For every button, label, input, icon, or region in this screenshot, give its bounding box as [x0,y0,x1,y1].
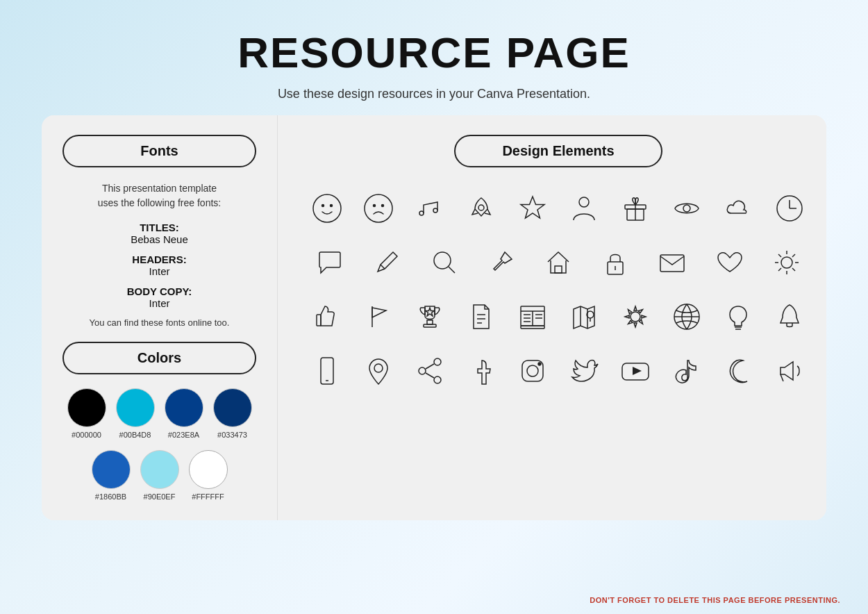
swatch-circle-lightblue [140,450,179,489]
page-title: RESOURCE PAGE [0,28,868,77]
svg-rect-23 [660,255,684,272]
svg-line-19 [449,267,455,273]
svg-marker-72 [633,367,642,375]
page-subtitle: Use these design resources in your Canva… [0,87,868,101]
font-entry-titles: TITLES: Bebas Neue [62,222,256,245]
icon-lightbulb [714,292,762,341]
swatch-darkblue: #023E8A [165,388,203,439]
svg-point-63 [434,358,441,365]
design-elements-title: Design Elements [454,135,662,167]
icon-instagram [508,347,557,395]
icon-row-3 [303,292,814,341]
color-row-2: #1860BB #90E0EF #FFFFFF [62,450,256,501]
swatch-navy: #033473 [213,388,252,439]
svg-rect-35 [427,320,433,324]
svg-point-24 [781,257,792,268]
icon-person [560,184,608,233]
svg-point-5 [382,205,384,207]
svg-point-53 [631,312,640,322]
icon-clock [765,184,814,233]
icon-document [457,292,506,341]
icon-star [508,184,557,233]
svg-marker-37 [426,308,434,316]
fonts-section-title: Fonts [62,135,256,167]
icon-phone [303,347,351,395]
icon-music [406,184,454,233]
icon-map [560,292,608,341]
icon-row-4 [303,347,814,395]
swatch-circle-black [67,388,106,427]
icon-gear [611,292,660,341]
swatch-lightblue: #90E0EF [140,450,179,501]
swatch-circle-cyan [116,388,155,427]
svg-point-10 [579,197,589,207]
icon-eye [662,184,711,233]
svg-point-64 [419,367,426,374]
icon-globe [662,292,711,341]
svg-point-70 [538,363,541,365]
colors-section-title: Colors [62,342,256,374]
svg-point-3 [365,194,392,222]
icon-tiktok [662,347,711,395]
icon-trophy [406,292,454,341]
swatch-circle-navy [213,388,252,427]
font-entry-headers: HEADERS: Inter [62,254,256,277]
svg-rect-36 [424,324,436,327]
svg-line-67 [426,373,434,378]
icon-moon [714,347,762,395]
fonts-online-note: You can find these fonts online too. [62,317,256,328]
svg-point-6 [419,211,424,215]
swatch-blue: #1860BB [92,450,131,501]
icon-rocket [457,184,506,233]
svg-point-7 [433,208,437,213]
swatch-cyan: #00B4D8 [116,388,155,439]
svg-point-2 [331,205,333,207]
color-row-1: #000000 #00B4D8 #023E8A #033473 [62,388,256,439]
icon-flag [354,292,403,341]
font-entry-body: BODY COPY: Inter [62,285,256,309]
icon-envelope [648,238,696,287]
icon-pin [477,238,526,287]
icon-pencil [362,238,411,287]
icon-heart [706,238,754,287]
svg-point-69 [527,365,538,376]
swatch-circle-darkblue [165,388,203,427]
svg-rect-49 [521,326,544,329]
icon-smiley [303,184,351,233]
icon-chat [306,238,354,287]
icon-sun [762,238,811,287]
icon-thumbsup [303,292,351,341]
svg-line-32 [778,268,781,271]
svg-line-30 [792,268,795,271]
svg-line-66 [426,364,434,369]
svg-point-4 [374,205,376,207]
left-panel: Fonts This presentation template uses th… [42,115,278,520]
svg-marker-9 [521,197,544,218]
icon-row-2 [303,238,814,287]
svg-line-17 [381,265,385,269]
swatch-circle-blue [92,450,131,489]
icon-search [420,238,469,287]
icons-grid [303,184,814,395]
svg-line-31 [792,254,795,257]
fonts-description: This presentation template uses the foll… [62,181,256,210]
swatch-circle-white [189,450,228,489]
svg-point-62 [374,364,383,372]
swatch-white: #FFFFFF [189,450,228,501]
svg-point-65 [434,376,441,383]
svg-point-0 [313,194,341,222]
svg-point-1 [322,205,324,207]
right-panel: Design Elements [278,115,826,520]
icon-cloud [714,184,762,233]
page-header: RESOURCE PAGE Use these design resources… [0,0,868,101]
svg-rect-20 [555,266,562,273]
icon-share [406,347,454,395]
icon-location [354,347,403,395]
icon-sad [354,184,403,233]
icon-bell [765,292,814,341]
icon-megaphone [765,347,814,395]
icon-row-1 [303,184,814,233]
icon-house [534,238,583,287]
icon-gift [611,184,660,233]
svg-line-29 [778,254,781,257]
